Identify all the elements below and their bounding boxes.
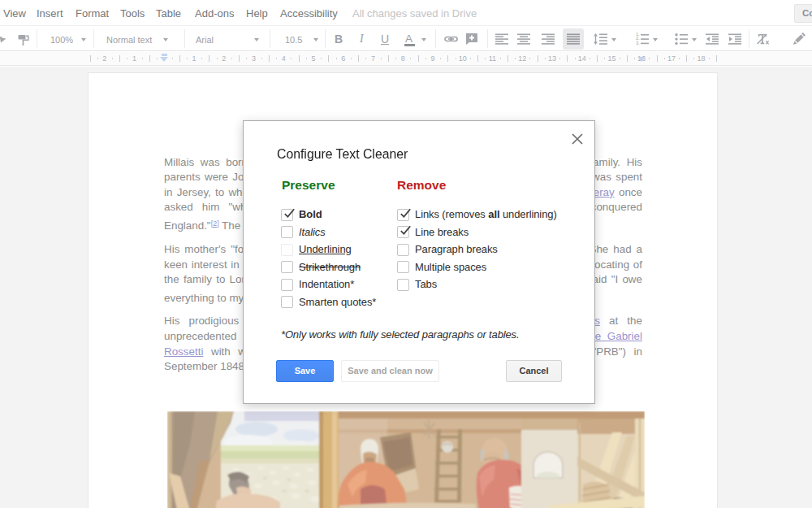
svg-text:3.: 3. [636,41,640,46]
